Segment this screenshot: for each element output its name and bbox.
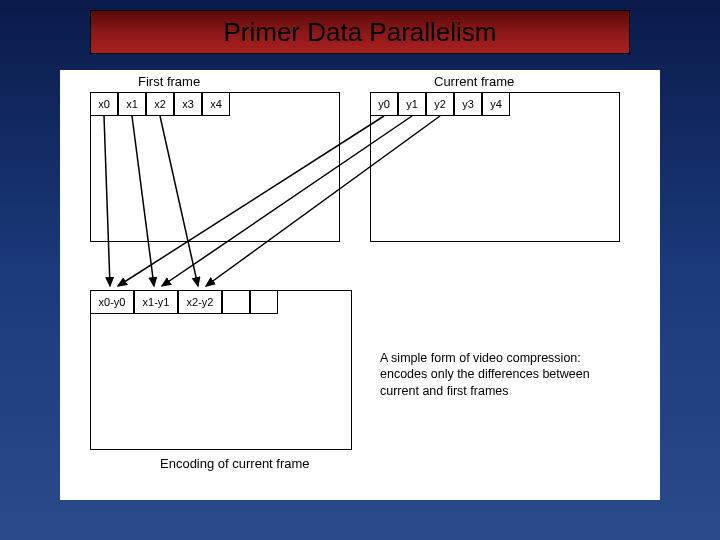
encoding-frame-cells: x0-y0 x1-y1 x2-y2 bbox=[90, 290, 278, 314]
caption-line2: encodes only the differences between bbox=[380, 366, 640, 382]
encoding-frame-box: x0-y0 x1-y1 x2-y2 bbox=[90, 290, 352, 450]
cell-enc2: x2-y2 bbox=[178, 290, 222, 314]
cell-x2: x2 bbox=[146, 92, 174, 116]
first-frame-cells: x0 x1 x2 x3 x4 bbox=[90, 92, 230, 116]
encoding-frame-label: Encoding of current frame bbox=[160, 456, 310, 471]
cell-y3: y3 bbox=[454, 92, 482, 116]
cell-x1: x1 bbox=[118, 92, 146, 116]
caption-line3: current and first frames bbox=[380, 383, 640, 399]
cell-y1: y1 bbox=[398, 92, 426, 116]
current-frame-label: Current frame bbox=[434, 74, 514, 89]
cell-enc3 bbox=[222, 290, 250, 314]
current-frame-box: y0 y1 y2 y3 y4 bbox=[370, 92, 620, 242]
cell-x4: x4 bbox=[202, 92, 230, 116]
diagram-caption: A simple form of video compression: enco… bbox=[380, 350, 640, 399]
cell-enc1: x1-y1 bbox=[134, 290, 178, 314]
cell-x3: x3 bbox=[174, 92, 202, 116]
current-frame-cells: y0 y1 y2 y3 y4 bbox=[370, 92, 510, 116]
cell-y4: y4 bbox=[482, 92, 510, 116]
cell-y0: y0 bbox=[370, 92, 398, 116]
cell-y2: y2 bbox=[426, 92, 454, 116]
page-title: Primer Data Parallelism bbox=[223, 17, 496, 48]
first-frame-box: x0 x1 x2 x3 x4 bbox=[90, 92, 340, 242]
cell-enc4 bbox=[250, 290, 278, 314]
cell-enc0: x0-y0 bbox=[90, 290, 134, 314]
first-frame-label: First frame bbox=[138, 74, 200, 89]
title-bar: Primer Data Parallelism bbox=[90, 10, 630, 54]
caption-line1: A simple form of video compression: bbox=[380, 350, 640, 366]
diagram-panel: First frame x0 x1 x2 x3 x4 Current frame… bbox=[60, 70, 660, 500]
cell-x0: x0 bbox=[90, 92, 118, 116]
